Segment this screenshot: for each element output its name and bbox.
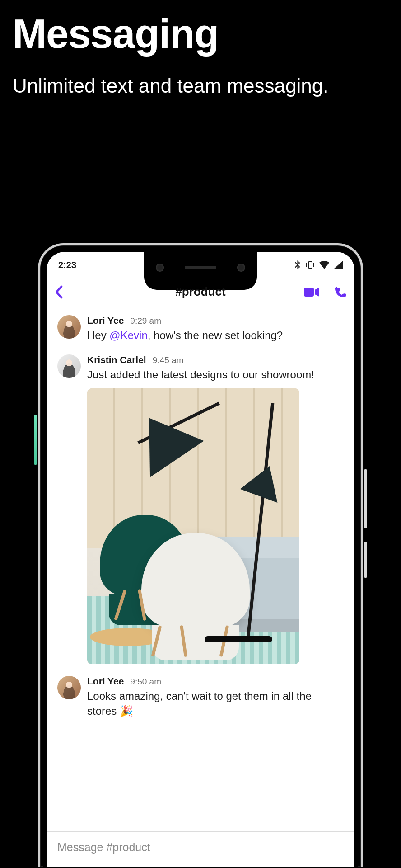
message-text: Looks amazing, can't wait to get them in… xyxy=(87,689,344,718)
video-icon xyxy=(304,287,319,297)
svg-rect-3 xyxy=(304,288,314,297)
device-power-button xyxy=(34,415,37,465)
message-item: Lori Yee 9:50 am Looks amazing, can't wa… xyxy=(57,676,344,718)
image-attachment[interactable] xyxy=(87,388,299,664)
video-call-button[interactable] xyxy=(304,287,319,297)
phone-icon xyxy=(335,286,346,298)
channel-title: #product xyxy=(175,285,225,299)
promo-subtitle: Unlimited text and team messaging. xyxy=(13,73,388,99)
message-list[interactable]: Lori Yee 9:29 am Hey @Kevin, how's the n… xyxy=(47,306,354,718)
avatar[interactable] xyxy=(57,354,81,378)
message-item: Lori Yee 9:29 am Hey @Kevin, how's the n… xyxy=(57,315,344,343)
cellular-icon xyxy=(334,261,343,269)
message-item: Kristin Carlel 9:45 am Just added the la… xyxy=(57,354,344,664)
avatar[interactable] xyxy=(57,676,81,699)
message-text-part: , how's the new set looking? xyxy=(148,329,283,341)
message-time: 9:50 am xyxy=(130,677,161,687)
wifi-icon xyxy=(319,261,329,269)
app-header: #product xyxy=(47,278,354,306)
voice-call-button[interactable] xyxy=(335,286,346,298)
front-camera xyxy=(237,264,245,272)
status-time: 2:23 xyxy=(58,260,76,270)
avatar[interactable] xyxy=(57,315,81,339)
screen: 2:23 #product xyxy=(47,252,354,867)
svg-rect-0 xyxy=(308,262,312,268)
message-author[interactable]: Lori Yee xyxy=(87,676,124,687)
device-frame: 2:23 #product xyxy=(38,243,363,867)
vibrate-icon xyxy=(306,260,315,269)
mention[interactable]: @Kevin xyxy=(109,329,147,341)
bluetooth-icon xyxy=(295,260,301,269)
promo-title: Messaging xyxy=(13,14,388,54)
message-author[interactable]: Kristin Carlel xyxy=(87,354,146,365)
message-input[interactable] xyxy=(57,841,344,854)
message-time: 9:45 am xyxy=(153,355,184,365)
earpiece-speaker xyxy=(185,266,216,269)
message-time: 9:29 am xyxy=(130,316,161,326)
message-text: Just added the latest designs to our sho… xyxy=(87,367,344,382)
message-composer xyxy=(47,831,354,867)
status-icons xyxy=(295,260,343,269)
front-camera xyxy=(156,264,164,272)
message-author[interactable]: Lori Yee xyxy=(87,315,124,326)
promo-hero: Messaging Unlimited text and team messag… xyxy=(0,0,401,99)
back-button[interactable] xyxy=(55,285,64,299)
device-volume-button xyxy=(364,469,367,528)
device-volume-button xyxy=(364,542,367,578)
message-text-part: Hey xyxy=(87,329,109,341)
message-text: Hey @Kevin, how's the new set looking? xyxy=(87,328,344,343)
chevron-left-icon xyxy=(55,285,64,299)
